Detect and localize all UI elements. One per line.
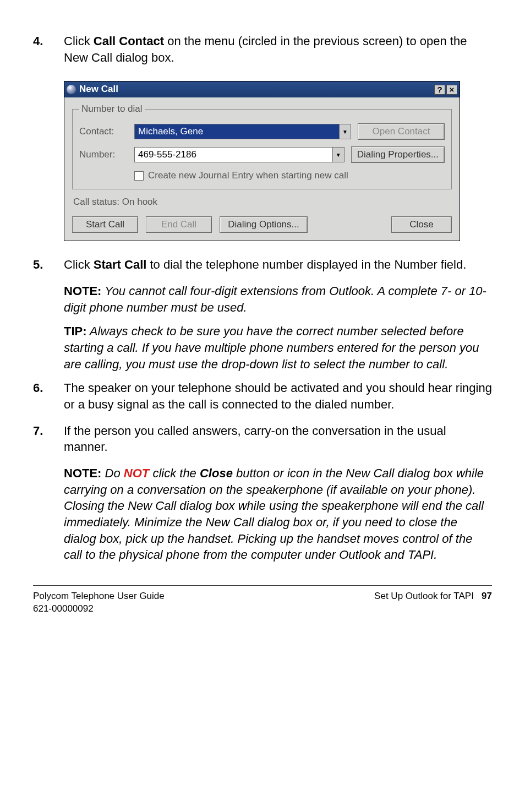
new-call-window: New Call ? × Number to dial Contact: ▼ O… <box>64 81 460 241</box>
close-window-button[interactable]: × <box>446 85 457 95</box>
app-icon <box>67 85 76 94</box>
step-5: 5. Click Start Call to dial the telephon… <box>33 257 492 273</box>
step-7: 7. If the person you called answers, car… <box>33 423 492 455</box>
journal-checkbox[interactable] <box>134 171 144 181</box>
step-5-number: 5. <box>33 257 64 273</box>
tip-5: TIP: Always check to be sure you have th… <box>64 323 492 372</box>
dialing-options-label: Dialing Options... <box>228 219 299 231</box>
titlebar: New Call ? × <box>64 81 460 97</box>
footer-page-number: 97 <box>482 591 492 601</box>
number-combo[interactable]: ▼ <box>134 147 344 162</box>
footer-left: Polycom Telephone User Guide 621-0000009… <box>33 590 165 615</box>
call-status: Call status: On hook <box>73 196 451 209</box>
number-dropdown-button[interactable]: ▼ <box>332 147 344 162</box>
window-buttons: ? × <box>434 85 457 95</box>
close-icon: × <box>450 85 455 94</box>
step-4: 4. Click Call Contact on the menu (circl… <box>33 33 492 66</box>
note-5-label: NOTE: <box>64 284 101 298</box>
help-button[interactable]: ? <box>434 85 445 95</box>
dialing-options-button[interactable]: Dialing Options... <box>220 216 308 233</box>
open-contact-label: Open Contact <box>373 126 430 138</box>
dialog-button-row: Start Call End Call Dialing Options... C… <box>72 216 452 233</box>
step-5-bold: Start Call <box>94 258 147 271</box>
chevron-down-icon: ▼ <box>336 151 341 159</box>
step-6-number: 6. <box>33 380 64 412</box>
step-5-pre: Click <box>64 258 94 271</box>
contact-dropdown-button[interactable]: ▼ <box>339 124 351 139</box>
step-4-body: Click Call Contact on the menu (circled … <box>64 33 492 66</box>
journal-checkbox-label: Create new Journal Entry when starting n… <box>148 170 348 182</box>
contact-input[interactable] <box>134 124 339 139</box>
end-call-button[interactable]: End Call <box>146 216 212 233</box>
help-icon: ? <box>437 85 442 94</box>
note-7-pre: Do <box>101 466 123 480</box>
note-7: NOTE: Do NOT click the Close button or i… <box>64 465 492 563</box>
step-6: 6. The speaker on your telephone should … <box>33 380 492 412</box>
chevron-down-icon: ▼ <box>342 128 348 136</box>
footer-guide-title: Polycom Telephone User Guide <box>33 590 165 603</box>
contact-combo[interactable]: ▼ <box>134 124 351 139</box>
window-title: New Call <box>79 83 434 96</box>
close-button-label: Close <box>409 219 433 231</box>
note-7-close-word: Close <box>200 466 233 480</box>
step-5-body: Click Start Call to dial the telephone n… <box>64 257 492 273</box>
tip-5-text: Always check to be sure you have the cor… <box>64 324 479 370</box>
note-5: NOTE: You cannot call four-digit extensi… <box>64 283 492 315</box>
footer-section: Set Up Outlook for TAPI <box>374 591 474 601</box>
tip-5-label: TIP: <box>64 324 87 338</box>
note-7-label: NOTE: <box>64 466 101 480</box>
dialog-client-area: Number to dial Contact: ▼ Open Contact N… <box>64 97 460 241</box>
end-call-label: End Call <box>161 219 196 231</box>
number-row: Number: ▼ Dialing Properties... <box>79 146 445 163</box>
number-input[interactable] <box>134 147 332 162</box>
note-7-post: button or icon in the New Call dialog bo… <box>64 466 484 562</box>
note-7-not: NOT <box>124 466 149 480</box>
dialing-properties-label: Dialing Properties... <box>357 149 439 161</box>
page-footer: Polycom Telephone User Guide 621-0000009… <box>33 590 492 615</box>
open-contact-button[interactable]: Open Contact <box>358 123 445 140</box>
number-to-dial-group: Number to dial Contact: ▼ Open Contact N… <box>72 103 452 189</box>
number-label: Number: <box>79 149 134 161</box>
footer-right: Set Up Outlook for TAPI 97 <box>374 590 492 615</box>
start-call-label: Start Call <box>86 219 124 231</box>
start-call-button[interactable]: Start Call <box>72 216 138 233</box>
new-call-dialog-image: New Call ? × Number to dial Contact: ▼ O… <box>64 81 492 241</box>
group-legend: Number to dial <box>79 103 145 116</box>
step-7-number: 7. <box>33 423 64 455</box>
footer-doc-number: 621-00000092 <box>33 603 165 615</box>
note-7-mid: click the <box>149 466 200 480</box>
contact-row: Contact: ▼ Open Contact <box>79 123 445 140</box>
step-4-pre: Click <box>64 34 94 48</box>
step-5-post: to dial the telephone number displayed i… <box>146 258 466 271</box>
dialing-properties-button[interactable]: Dialing Properties... <box>351 146 445 163</box>
step-6-body: The speaker on your telephone should be … <box>64 380 492 412</box>
close-button[interactable]: Close <box>391 216 452 233</box>
contact-label: Contact: <box>79 126 134 138</box>
journal-checkbox-row: Create new Journal Entry when starting n… <box>134 170 445 182</box>
step-4-bold: Call Contact <box>94 34 164 48</box>
note-5-text: You cannot call four-digit extensions fr… <box>64 284 486 314</box>
step-7-body: If the person you called answers, carry-… <box>64 423 492 455</box>
step-4-number: 4. <box>33 33 64 66</box>
footer-separator <box>33 585 492 586</box>
